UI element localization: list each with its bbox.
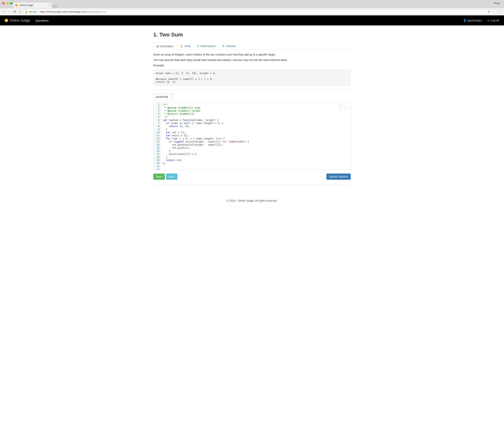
tab-label: Descripton (161, 45, 173, 48)
solution-icon: ⚗ (222, 45, 224, 48)
caret-down-icon: ▾ (482, 19, 483, 22)
example-label: Example: (153, 64, 351, 67)
example-code: Given nums = [2, 7, 11, 15], target = 9,… (153, 69, 351, 86)
window-close-icon[interactable] (2, 2, 5, 4)
submissions-icon: ⎘ (197, 45, 199, 48)
url-host: https://online-judge-mean.herokuapp.com (40, 10, 86, 13)
address-bar[interactable]: 🔒 Secure | https://online-judge-mean.her… (23, 9, 496, 14)
description-icon: ▤ (157, 45, 159, 48)
tab-close-icon[interactable]: × (48, 4, 50, 7)
tab-label: Solution (226, 45, 236, 48)
content-tabs: ▤ Descripton 💡 Hints ⎘ Submissions ⚗ Sol… (153, 42, 351, 50)
star-icon[interactable]: ☆ (492, 10, 495, 13)
lock-icon: 🔒 (25, 10, 28, 13)
brand-logo-icon: ✦ (5, 19, 8, 22)
favicon-icon: ✦ (15, 4, 18, 7)
url-path: /question/two-sum (86, 10, 107, 13)
logoff-label: Log off (491, 19, 499, 22)
nav-questions[interactable]: Questions (32, 16, 52, 25)
browser-chrome: Rong ✦ Online Judge × ← → ⟳ ⌂ 🔒 Secure |… (0, 0, 504, 16)
hints-icon: 💡 (180, 45, 183, 48)
browser-profile[interactable]: Rong (491, 1, 502, 5)
editor-minimap[interactable]: /** * @param {number[]} nums * @param {n… (338, 103, 349, 112)
user-name: jojozhuang (468, 19, 481, 22)
secure-label: Secure (29, 10, 37, 13)
footer-divider (153, 185, 351, 185)
back-icon[interactable]: ← (2, 10, 5, 14)
language-select[interactable]: JavaScript (153, 94, 174, 100)
tab-label: Hints (184, 45, 191, 48)
reload-icon[interactable]: ⟳ (14, 10, 16, 14)
description-panel: Given an array of integers, return indic… (153, 53, 351, 86)
editor-gutter: 12345678910111213141516171819202122 (153, 102, 161, 170)
tab-title: Online Judge (19, 4, 33, 7)
desc-p1: Given an array of integers, return indic… (153, 53, 351, 56)
user-icon: 👤 (463, 19, 467, 22)
save-button[interactable]: Save (153, 174, 165, 180)
tab-description[interactable]: ▤ Descripton (153, 42, 177, 50)
home-icon[interactable]: ⌂ (19, 10, 21, 14)
code-editor[interactable]: 12345678910111213141516171819202122 /** … (153, 102, 351, 170)
tab-solution[interactable]: ⚗ Solution (219, 42, 239, 50)
button-row: Save Back Submit Solution (153, 174, 351, 180)
app-navbar: ✦ Online Judge Questions 👤 jojozhuang ▾ … (0, 16, 504, 25)
new-tab-button[interactable] (52, 5, 58, 8)
language-select-wrap: JavaScript (153, 94, 174, 100)
footer: © 2018 - Online Judge, All rights reserv… (0, 189, 504, 214)
editor-code[interactable]: /** * @param {number[]} nums * @param {n… (161, 102, 351, 170)
submit-button[interactable]: Submit Solution (326, 174, 351, 180)
nav-user-menu[interactable]: 👤 jojozhuang ▾ (461, 19, 485, 22)
forward-icon: → (8, 10, 11, 14)
brand-text: Online Judge (10, 18, 30, 23)
back-button[interactable]: Back (166, 174, 177, 180)
window-minimize-icon[interactable] (6, 2, 8, 4)
menu-icon[interactable]: ⋮ (499, 10, 502, 14)
tab-submissions[interactable]: ⎘ Submissions (194, 42, 219, 50)
browser-tabs: ✦ Online Judge × (0, 2, 504, 8)
browser-toolbar: ← → ⟳ ⌂ 🔒 Secure | https://online-judge-… (0, 8, 504, 15)
main-container: 1. Two Sum ▤ Descripton 💡 Hints ⎘ Submis… (153, 25, 351, 185)
window-maximize-icon[interactable] (10, 2, 12, 4)
desc-p2: You may assume that each input would hav… (153, 58, 351, 61)
tab-hints[interactable]: 💡 Hints (177, 42, 194, 50)
page-title: 1. Two Sum (153, 32, 351, 38)
tab-label: Submissions (200, 45, 216, 48)
logoff-icon: ↪ (487, 19, 489, 22)
brand[interactable]: ✦ Online Judge (3, 18, 32, 23)
browser-tab-active[interactable]: ✦ Online Judge × (13, 2, 52, 8)
nav-logoff[interactable]: ↪ Log off (485, 19, 501, 22)
separator: | (38, 10, 39, 13)
key-icon[interactable]: ⚿ (488, 10, 490, 13)
